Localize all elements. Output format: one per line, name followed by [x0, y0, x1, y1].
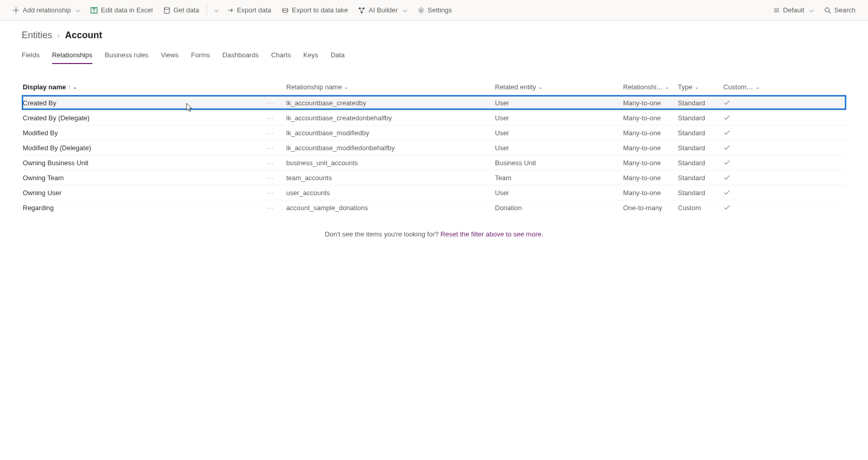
relationship-type-cell: Many-to-one — [623, 99, 678, 107]
tab-dashboards[interactable]: Dashboards — [223, 48, 259, 64]
tab-fields[interactable]: Fields — [22, 48, 40, 64]
column-relationship-name[interactable]: Relationship name ⌄ — [286, 83, 495, 91]
column-type[interactable]: Type ⌄ — [678, 83, 723, 91]
tab-forms[interactable]: Forms — [191, 48, 210, 64]
table-row[interactable]: Owning Team···team_accountsTeamMany-to-o… — [22, 170, 846, 185]
tab-business-rules[interactable]: Business rules — [105, 48, 149, 64]
row-more-icon[interactable]: ··· — [267, 129, 274, 137]
column-relationship-type[interactable]: Relationshi… ⌄ — [623, 83, 678, 91]
add-relationship-label: Add relationship — [23, 6, 71, 14]
custom-check-icon — [723, 189, 731, 196]
tab-keys[interactable]: Keys — [303, 48, 318, 64]
display-name-cell: Owning Business Unit — [23, 159, 88, 167]
type-cell: Standard — [678, 189, 723, 197]
breadcrumb-parent[interactable]: Entities — [22, 30, 52, 41]
breadcrumb: Entities › Account — [22, 27, 846, 45]
row-more-icon[interactable]: ··· — [267, 204, 274, 212]
tab-charts[interactable]: Charts — [271, 48, 291, 64]
table-row[interactable]: Modified By···lk_accountbase_modifiedbyU… — [22, 125, 846, 140]
gear-icon — [417, 7, 425, 14]
relationships-table: Display name ↑ ⌄ Relationship name ⌄ Rel… — [22, 78, 846, 215]
search-box[interactable]: Search — [819, 6, 861, 14]
relationship-type-cell: Many-to-one — [623, 189, 678, 197]
relationship-type-cell: Many-to-one — [623, 144, 678, 152]
view-switcher[interactable]: Default — [768, 0, 819, 20]
type-cell: Standard — [678, 159, 723, 167]
search-placeholder: Search — [834, 6, 856, 14]
column-custom[interactable]: Custom… ⌄ — [723, 83, 760, 91]
svg-point-6 — [420, 9, 422, 11]
breadcrumb-separator: › — [57, 31, 60, 40]
related-entity-cell: Donation — [495, 204, 623, 212]
content-area: Entities › Account FieldsRelationshipsBu… — [0, 21, 868, 238]
command-bar: Add relationship Edit data in Excel Get … — [0, 0, 868, 21]
relationship-type-cell: One-to-many — [623, 204, 678, 212]
ai-builder-label: AI Builder — [368, 6, 397, 14]
relationship-type-cell: Many-to-one — [623, 159, 678, 167]
chevron-down-icon — [402, 7, 407, 11]
sort-ascending-icon: ↑ — [68, 84, 71, 90]
row-more-icon[interactable]: ··· — [267, 114, 274, 122]
table-row[interactable]: Owning Business Unit···business_unit_acc… — [22, 155, 846, 170]
display-name-cell: Modified By (Delegate) — [23, 144, 91, 152]
export-lake-button[interactable]: Export to data lake — [276, 0, 353, 20]
excel-icon — [90, 7, 98, 14]
ai-builder-button[interactable]: AI Builder — [353, 0, 412, 20]
chevron-down-icon: ⌄ — [344, 84, 348, 90]
ai-icon — [358, 7, 365, 14]
chevron-down-icon — [809, 7, 813, 11]
breadcrumb-current: Account — [65, 30, 102, 41]
custom-check-icon — [723, 159, 731, 166]
chevron-down-icon: ⌄ — [73, 84, 77, 90]
lake-icon — [282, 7, 289, 14]
related-entity-cell: User — [495, 114, 623, 122]
edit-excel-label: Edit data in Excel — [101, 6, 152, 14]
relationship-name-cell: business_unit_accounts — [286, 159, 495, 167]
export-data-button[interactable]: Export data — [222, 0, 277, 20]
get-data-dropdown[interactable] — [209, 0, 222, 20]
row-more-icon[interactable]: ··· — [267, 174, 274, 182]
relationship-name-cell: lk_accountbase_modifiedby — [286, 129, 495, 137]
custom-check-icon — [723, 204, 731, 211]
relationship-type-cell: Many-to-one — [623, 114, 678, 122]
display-name-cell: Regarding — [23, 204, 54, 212]
export-data-label: Export data — [237, 6, 272, 14]
edit-excel-button[interactable]: Edit data in Excel — [85, 0, 158, 20]
relationship-name-cell: team_accounts — [286, 174, 495, 182]
display-name-cell: Owning Team — [23, 174, 64, 182]
get-data-button[interactable]: Get data — [158, 0, 205, 20]
filter-hint: Don't see the items you're looking for? … — [22, 230, 846, 238]
chevron-down-icon: ⌄ — [665, 84, 669, 90]
chevron-down-icon: ⌄ — [755, 84, 760, 90]
table-row[interactable]: Created By (Delegate)···lk_accountbase_c… — [22, 110, 846, 125]
hint-text: Don't see the items you're looking for? — [325, 230, 441, 238]
column-related-entity[interactable]: Related entity ⌄ — [495, 83, 623, 91]
relationship-type-cell: Many-to-one — [623, 129, 678, 137]
table-row[interactable]: Regarding···account_sample_donationsDona… — [22, 200, 846, 215]
relationship-name-cell: lk_accountbase_createdonbehalfby — [286, 114, 495, 122]
row-more-icon[interactable]: ··· — [267, 159, 274, 167]
relationship-name-cell: lk_accountbase_modifiedonbehalfby — [286, 144, 495, 152]
plus-icon — [12, 7, 20, 14]
row-more-icon[interactable]: ··· — [267, 144, 274, 152]
table-row[interactable]: Modified By (Delegate)···lk_accountbase_… — [22, 140, 846, 155]
reset-filter-link[interactable]: Reset the filter above to see more. — [441, 230, 544, 238]
chevron-down-icon — [76, 7, 80, 11]
tab-relationships[interactable]: Relationships — [52, 48, 92, 64]
table-row[interactable]: Created By···lk_accountbase_createdbyUse… — [22, 95, 846, 110]
type-cell: Standard — [678, 129, 723, 137]
column-display-name[interactable]: Display name ↑ ⌄ — [23, 83, 286, 91]
view-label: Default — [783, 6, 804, 14]
table-row[interactable]: Owning User···user_accountsUserMany-to-o… — [22, 185, 846, 200]
relationship-name-cell: account_sample_donations — [286, 204, 495, 212]
tab-views[interactable]: Views — [161, 48, 178, 64]
tab-data[interactable]: Data — [331, 48, 345, 64]
custom-check-icon — [723, 144, 731, 151]
settings-button[interactable]: Settings — [412, 0, 457, 20]
add-relationship-button[interactable]: Add relationship — [7, 0, 85, 20]
table-header-row: Display name ↑ ⌄ Relationship name ⌄ Rel… — [22, 78, 846, 95]
related-entity-cell: Business Unit — [495, 159, 623, 167]
row-more-icon[interactable]: ··· — [267, 189, 274, 197]
row-more-icon[interactable]: ··· — [267, 99, 274, 107]
related-entity-cell: User — [495, 99, 623, 107]
